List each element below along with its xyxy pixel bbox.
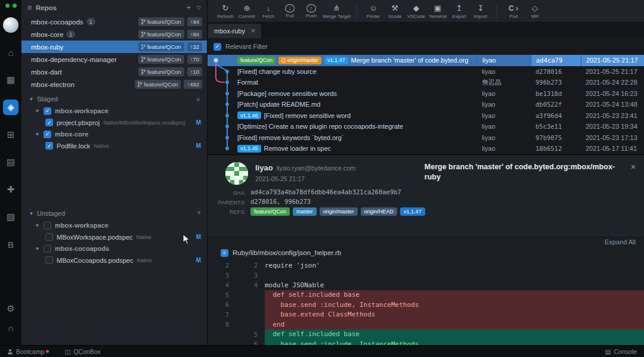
caret-down-icon[interactable]: ▾	[35, 246, 40, 252]
toolbar-refresh-button[interactable]: ↻Refresh	[215, 4, 236, 19]
commit-row[interactable]: [Package] remove sensitive words liyao b…	[208, 88, 644, 100]
check-icon: ✓	[45, 108, 50, 114]
rail-plugin-button[interactable]: ✚	[3, 182, 18, 197]
check-icon: ✓	[47, 120, 52, 126]
toolbar-vscode-button[interactable]: ◆VSCode	[405, 4, 427, 19]
checkbox-unchecked[interactable]	[44, 222, 51, 229]
rail-library-button[interactable]: ▤	[3, 154, 18, 170]
relevant-filter-checkbox[interactable]: ✓	[213, 43, 221, 51]
bootcamp-status-item[interactable]: Bootcamp	[7, 348, 49, 355]
rail-package-button[interactable]: ▦	[3, 72, 18, 88]
unstaged-file-mboxworkspace-podspec[interactable]: MBoxWorkspace.podspec Native M	[21, 231, 207, 243]
checkbox-unchecked[interactable]	[45, 256, 53, 264]
repo-item-mbox-dart[interactable]: mbox-dart feature/QCon ↑10	[21, 66, 207, 78]
repo-item-mbox-core[interactable]: mbox-core 1 feature/QCon ↑84	[21, 28, 207, 41]
filter-icon[interactable]: ▽	[197, 5, 201, 11]
commit-sha: ad4ca79	[531, 55, 581, 66]
hamburger-icon[interactable]: ≡	[27, 4, 32, 12]
rail-home-button[interactable]: ⌂	[3, 45, 18, 60]
rail-apps-button[interactable]: ⊞	[3, 127, 18, 142]
import-icon: ↧	[476, 4, 485, 13]
parents-value: d278016, 996b273	[250, 198, 644, 205]
checkbox-checked[interactable]: ✓	[44, 131, 51, 138]
caret-down-icon[interactable]: ▾	[35, 131, 40, 137]
app-avatar[interactable]	[3, 17, 18, 33]
check-icon: ✓	[215, 44, 220, 49]
repo-item-mbox-ruby[interactable]: mbox-ruby feature/QCon ↑32	[21, 41, 207, 53]
commit-row[interactable]: [Optimize] Create a new plugin repo coco…	[208, 121, 644, 132]
checkbox-checked[interactable]: ✓	[44, 107, 51, 115]
headset-icon: ∩	[8, 323, 14, 333]
qconbox-status-item[interactable]: ◫ QConBox	[64, 348, 100, 355]
checkbox-unchecked[interactable]	[44, 245, 51, 253]
staged-section-header[interactable]: ▾ Staged »	[21, 93, 207, 105]
unstaged-group-mbox-workspace[interactable]: ▾ mbox-workspace	[21, 219, 207, 231]
ref-badge: feature/QCon	[250, 207, 290, 216]
collapse-all-icon[interactable]: »	[195, 98, 202, 100]
repo-item-mbox-electron[interactable]: mbox-electron feature/QCon ↑492	[21, 78, 207, 91]
sidebar-title: Repos	[36, 4, 57, 11]
diff-file-header[interactable]: ≡ Ruby/lib/mbox/config/json_helper.rb	[208, 246, 644, 259]
toolbar-export-button[interactable]: ↥Export	[448, 4, 470, 19]
console-toggle[interactable]: ▤ Console	[605, 348, 637, 355]
commit-sha: 18b6512	[531, 143, 581, 154]
rail-settings-button[interactable]: ⚙	[3, 301, 18, 316]
staged-group-mbox-workspace[interactable]: ▾ ✓ mbox-workspace	[21, 105, 207, 117]
repo-item-mbox-dependency-manager[interactable]: mbox-dependency-manager feature/QCon ↑70	[21, 53, 207, 66]
checkbox-checked[interactable]: ✓	[45, 119, 53, 126]
toolbar-mr-button[interactable]: ◇MR	[524, 4, 546, 19]
toolbar-pod-button[interactable]: C ›Pod	[503, 4, 524, 19]
fetch-icon: ↓	[264, 4, 273, 13]
commit-row[interactable]: v1.1.45 Remove loader in spec liyao 18b6…	[208, 143, 644, 154]
checkbox-checked[interactable]: ✓	[45, 142, 53, 150]
staged-file-project-pbxproj[interactable]: ✓ project.pbxproj Native/MBoxWorkspace.x…	[21, 117, 207, 128]
tab-mbox-ruby[interactable]: mbox-ruby ×	[208, 24, 261, 38]
check-icon: ✓	[47, 143, 52, 149]
toolbar-fetch-button[interactable]: ↓Fetch	[258, 4, 279, 19]
staged-group-mbox-core[interactable]: ▾ ✓ mbox-core	[21, 128, 207, 140]
toolbar-finder-button[interactable]: ☺Finder	[363, 4, 384, 19]
close-icon[interactable]: ×	[251, 27, 255, 35]
close-icon[interactable]: ×	[631, 162, 636, 172]
tag-badge: v1.1.47	[324, 57, 348, 64]
toolbar-pull-button[interactable]: ↓Pull	[279, 4, 301, 18]
commit-row[interactable]: v1.1.46 [Fixed] remove sensitive word li…	[208, 110, 644, 122]
unstaged-group-mbox-cocoapods[interactable]: ▾ mbox-cocoapods	[21, 243, 207, 254]
checkbox-unchecked[interactable]	[45, 233, 53, 241]
unstaged-file-mboxcocoapods-podspec[interactable]: MBoxCocoapods.podspec Native M	[21, 254, 207, 266]
diff-code[interactable]: 22require 'json' 33 44module JSONable 5 …	[208, 259, 644, 345]
commit-author: liyao	[477, 66, 531, 77]
commit-date: 2021-05-25 21:17	[581, 55, 644, 66]
commit-row[interactable]: Format 詹迟晶 996b273 2021-05-24 22:28	[208, 77, 644, 88]
window-dot[interactable]	[13, 4, 17, 8]
caret-down-icon[interactable]: ▾	[35, 108, 40, 114]
ref-badge: origin/master	[320, 207, 358, 216]
window-controls[interactable]	[5, 4, 17, 8]
commit-row[interactable]: feature/QCon origin/master v1.1.47 Merge…	[208, 55, 644, 66]
window-dot[interactable]	[5, 4, 10, 8]
toolbar-import-button[interactable]: ↧Import	[470, 4, 491, 19]
rail-git-button[interactable]: ◈	[3, 100, 18, 115]
expand-all-button[interactable]: Expand All	[605, 238, 636, 246]
repos-sidebar: ≡ Repos + ▽ mbox-cocoapods 1 feature/QCo…	[21, 0, 208, 345]
caret-down-icon[interactable]: ▾	[35, 222, 40, 228]
rail-support-button[interactable]: ∩	[3, 320, 18, 336]
rail-photos-button[interactable]: ▨	[3, 209, 18, 225]
staged-file-podfile-lock[interactable]: ✓ Podfile.lock Native M	[21, 140, 207, 151]
toolbar-commit-button[interactable]: ⊕Commit	[236, 4, 258, 19]
modified-status-badge: M	[196, 119, 201, 126]
branch-icon	[141, 19, 145, 24]
toolbar-push-button[interactable]: ↑Push	[301, 4, 322, 18]
unstaged-section-header[interactable]: ▾ Unstaged »	[21, 207, 207, 219]
repo-item-mbox-cocoapods[interactable]: mbox-cocoapods 1 feature/QCon ↑94	[21, 15, 207, 28]
notification-dot	[46, 350, 49, 353]
commit-row[interactable]: [Fixed] remove keywords `byted.org` liya…	[208, 132, 644, 144]
toolbar-terminal-button[interactable]: ▣Terminal	[427, 4, 448, 19]
toolbar-merge-target-button[interactable]: ⋔Merge Target	[322, 4, 351, 19]
collapse-all-icon[interactable]: »	[195, 212, 202, 215]
rail-b-button[interactable]: B	[3, 237, 18, 252]
git-icon: ◈	[7, 102, 14, 113]
commit-row[interactable]: [Patch] update README.md liyao db0522f 2…	[208, 99, 644, 110]
commit-row[interactable]: [Fixed] change ruby source liyao d278016…	[208, 66, 644, 77]
add-repo-icon[interactable]: +	[187, 4, 191, 12]
